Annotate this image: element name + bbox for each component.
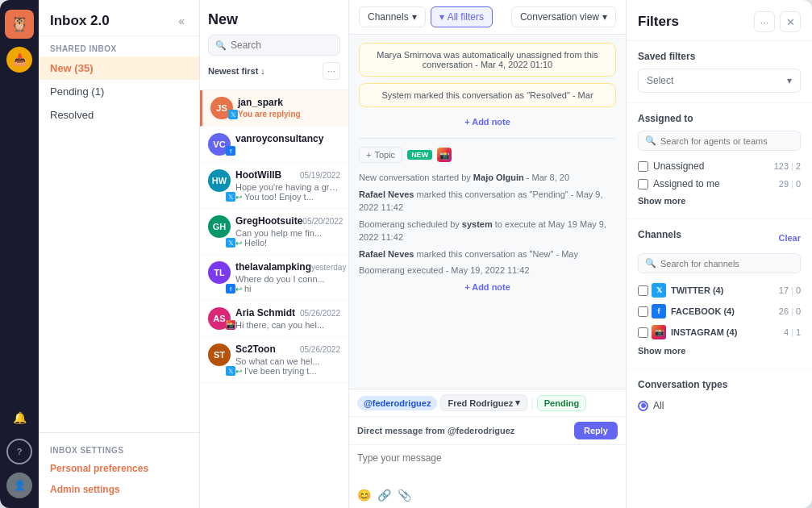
nav-title: Inbox 2.0 — [50, 13, 110, 29]
collapse-button[interactable]: « — [175, 13, 188, 29]
nav-panel: Inbox 2.0 « Shared Inbox New (35) Pendin… — [39, 0, 200, 508]
event-5: Boomerang executed - May 19, 2022 11:42 — [359, 262, 616, 279]
reply-status-tag[interactable]: Pending — [537, 395, 586, 411]
direct-message-bar: Direct message from @federodriguez Reply — [349, 417, 626, 445]
radio-all — [638, 401, 648, 411]
reply-input[interactable] — [357, 452, 618, 464]
conv-types-title: Conversation types — [638, 379, 801, 390]
conv-item-vanroy[interactable]: VC vanroyconsultancy f — [200, 127, 348, 163]
channels-title: Channels — [638, 229, 681, 240]
nav-item-new[interactable]: New (35) — [39, 56, 199, 80]
channels-section: Channels Clear 🔍 𝕏 TWITTER (4) 17 — [627, 219, 812, 369]
unassigned-checkbox[interactable] — [638, 161, 648, 172]
reply-icons-row: 😊 🔗 📎 — [349, 485, 626, 508]
reply-user-tag[interactable]: @federodriguez — [357, 396, 437, 410]
filters-header-actions: ··· ✕ — [754, 11, 801, 32]
left-sidebar: 🦉 📥 🔔 ? 👤 — [0, 0, 39, 508]
twitter-icon: 𝕏 — [652, 283, 666, 298]
reply-text-area[interactable] — [349, 445, 626, 485]
topic-badge[interactable]: + Topic — [359, 147, 402, 163]
assigned-to-me-row: Assigned to me 29 | 0 — [638, 175, 801, 193]
facebook-checkbox[interactable] — [638, 306, 648, 317]
add-note-button-1[interactable]: + Add note — [359, 114, 616, 130]
instagram-channel-row: 📸 INSTAGRAM (4) 4 | 1 — [638, 322, 801, 343]
event-2: Rafael Neves marked this conversation as… — [359, 186, 616, 216]
conv-item-jan-spark[interactable]: JS jan_spark You are replying 𝕏 — [200, 90, 348, 127]
more-options-button[interactable]: ··· — [323, 62, 340, 80]
nav-footer-label: Inbox Settings — [39, 441, 199, 458]
assigned-to-title: Assigned to — [638, 113, 801, 124]
nav-footer: Inbox Settings Personal preferences Admi… — [39, 432, 199, 508]
instagram-checkbox[interactable] — [638, 327, 648, 338]
channels-show-more[interactable]: Show more — [638, 343, 801, 359]
event-3: Boomerang scheduled by system to execute… — [359, 216, 616, 246]
all-filters-button[interactable]: ▾ All filters — [431, 6, 493, 27]
search-icon: 🔍 — [215, 40, 227, 51]
twitter-channel-icon-greg: 𝕏 — [226, 238, 235, 248]
avatar-greghootsuite: GH — [208, 215, 231, 238]
saved-filters-title: Saved filters — [638, 51, 801, 62]
bell-icon[interactable]: 🔔 — [6, 405, 32, 431]
close-filters-button[interactable]: ✕ — [780, 11, 801, 32]
attachment-icon[interactable]: 📎 — [398, 489, 411, 502]
conv-item-greghootsuite[interactable]: GH GregHootsuite 05/20/2022 Can you help… — [200, 209, 348, 255]
topic-bar: + Topic NEW 📸 — [359, 147, 616, 163]
link-icon[interactable]: 🔗 — [377, 489, 391, 502]
add-note-button-2[interactable]: + Add note — [359, 279, 616, 295]
filters-panel: Filters ··· ✕ Saved filters Select ▾ Ass… — [627, 0, 812, 508]
channels-clear-link[interactable]: Clear — [778, 233, 801, 243]
sort-button[interactable]: Newest first ↓ — [208, 66, 265, 76]
app-window: 🦉 📥 🔔 ? 👤 Inbox 2.0 « Shared Inbox New (… — [0, 0, 812, 508]
event-message-1: Marya Smirnova was automatically unassig… — [359, 43, 616, 77]
conv-list-header: New 🔍 Newest first ↓ ··· — [200, 0, 348, 90]
admin-settings-link[interactable]: Admin settings — [39, 479, 199, 500]
assigned-to-search-input[interactable] — [660, 136, 793, 146]
help-icon[interactable]: ? — [6, 439, 32, 464]
conv-item-aria[interactable]: AS Aria Schmidt 05/26/2022 Hi there, can… — [200, 301, 348, 337]
inbox-icon[interactable]: 📥 — [6, 47, 32, 73]
avatar-hootwillb: HW — [208, 169, 231, 192]
event-message-2: System marked this conversation as "Reso… — [359, 83, 616, 107]
conv-item-hootwillb[interactable]: HW HootWillB 05/19/2022 Hope you're havi… — [200, 163, 348, 209]
conv-item-lavalamp[interactable]: TL thelavalampking yesterday Where do yo… — [200, 255, 348, 301]
channels-search-box[interactable]: 🔍 — [638, 253, 801, 273]
personal-preferences-link[interactable]: Personal preferences — [39, 458, 199, 479]
search-box[interactable]: 🔍 — [208, 35, 340, 56]
nav-item-pending[interactable]: Pending (1) — [39, 80, 199, 103]
assigned-to-me-checkbox[interactable] — [638, 179, 648, 189]
saved-filters-section: Saved filters Select ▾ — [627, 41, 812, 103]
saved-filters-dropdown[interactable]: Select ▾ — [638, 69, 801, 93]
nav-item-resolved[interactable]: Resolved — [39, 103, 199, 127]
channels-search-input[interactable] — [660, 259, 793, 269]
twitter-channel-icon-sc2toon: 𝕏 — [226, 366, 235, 376]
assigned-show-more[interactable]: Show more — [638, 193, 801, 209]
conv-item-sc2toon[interactable]: ST Sc2Toon 05/26/2022 So what can we hel… — [200, 337, 348, 383]
reply-button[interactable]: Reply — [574, 422, 618, 439]
assigned-to-section: Assigned to 🔍 Unassigned 123 | 2 — [627, 103, 812, 219]
search-input[interactable] — [231, 40, 333, 51]
assigned-to-me-label[interactable]: Assigned to me — [638, 178, 720, 189]
twitter-channel-row: 𝕏 TWITTER (4) 17 | 0 — [638, 280, 801, 301]
facebook-channel-icon-lavalamp: f — [226, 284, 235, 294]
conv-main-panel: Channels ▾ ▾ All filters Conversation vi… — [349, 0, 627, 508]
separator-pipe: | — [531, 397, 534, 410]
assigned-to-me-count: 29 | 0 — [779, 179, 801, 189]
instagram-channel-icon-aria: 📸 — [226, 320, 235, 330]
unassigned-row: Unassigned 123 | 2 — [638, 157, 801, 175]
emoji-icon[interactable]: 😊 — [357, 489, 371, 502]
unassigned-label[interactable]: Unassigned — [638, 160, 704, 172]
more-options-icon-button[interactable]: ··· — [754, 11, 775, 32]
conv-type-all-row[interactable]: All — [638, 397, 801, 414]
conv-main-toolbar: Channels ▾ ▾ All filters Conversation vi… — [349, 0, 626, 35]
filters-header: Filters ··· ✕ — [627, 0, 812, 41]
user-avatar[interactable]: 👤 — [6, 473, 32, 498]
channels-filter-button[interactable]: Channels ▾ — [359, 6, 426, 27]
twitter-checkbox[interactable] — [638, 285, 648, 296]
assigned-to-search-box[interactable]: 🔍 — [638, 131, 801, 151]
facebook-icon: f — [652, 304, 666, 319]
avatar-sc2toon: ST — [208, 344, 231, 366]
event-4: Rafael Neves marked this conversation as… — [359, 246, 616, 263]
reply-agent-tag[interactable]: Fred Rodriguez ▾ — [440, 394, 527, 411]
facebook-channel-icon: f — [226, 146, 235, 156]
conversation-view-button[interactable]: Conversation view ▾ — [511, 6, 616, 27]
